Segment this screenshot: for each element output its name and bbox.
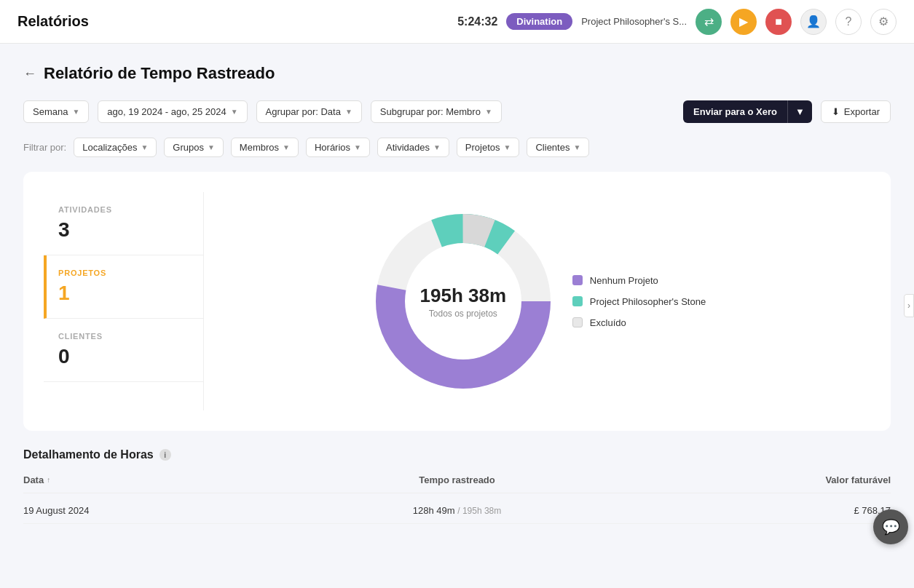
filter-projects-label: Projetos (465, 142, 500, 153)
projects-stat: PROJETOS 1 (44, 255, 203, 319)
help-icon: ? (846, 15, 852, 28)
breakdown-section: Detalhamento de Horas i Data ↑ Tempo ras… (23, 448, 891, 524)
legend-item-nenhum: Nenhum Projeto (572, 275, 706, 286)
send-xero-arrow-icon[interactable]: ▼ (787, 100, 812, 123)
col-date: Data ↑ (23, 474, 312, 485)
subgroup-by-dropdown[interactable]: Subgrupar por: Membro ▼ (371, 100, 502, 123)
filter-members[interactable]: Membros ▼ (231, 138, 299, 157)
period-arrow-icon: ▼ (72, 108, 79, 116)
filter-locations-arrow-icon: ▼ (141, 143, 148, 151)
stop-icon: ■ (775, 15, 782, 28)
play-icon: ▶ (739, 15, 748, 28)
app-title: Relatórios (17, 13, 89, 30)
user-button[interactable]: 👤 (800, 9, 827, 35)
table-row: 19 August 2024 128h 49m / 195h 38m £ 768… (23, 498, 891, 524)
filter-projects[interactable]: Projetos ▼ (457, 138, 520, 157)
chart-section: ATIVIDADES 3 PROJETOS 1 CLIENTES 0 (44, 192, 870, 410)
legend-dot-excluded (572, 317, 583, 327)
scroll-right-button[interactable]: › (904, 294, 914, 317)
date-range-arrow-icon: ▼ (231, 108, 238, 116)
donut-subtitle: Todos os projetos (420, 309, 507, 319)
projects-value: 1 (58, 282, 189, 305)
filter-clients-arrow-icon: ▼ (573, 143, 580, 151)
cell-billable: £ 768.17 (602, 505, 891, 516)
filter-members-label: Membros (240, 142, 279, 153)
filter-locations[interactable]: Localizações ▼ (74, 138, 157, 157)
toolbar: Semana ▼ ago, 19 2024 - ago, 25 2024 ▼ A… (23, 100, 891, 123)
group-by-label: Agrupar por: Data (266, 106, 341, 117)
period-dropdown[interactable]: Semana ▼ (23, 100, 89, 123)
col-tracked: Tempo rastreado (312, 474, 602, 485)
info-icon: i (159, 449, 171, 461)
activities-stat: ATIVIDADES 3 (44, 192, 203, 255)
filter-label: Filtrar por: (23, 142, 66, 153)
filter-projects-arrow-icon: ▼ (504, 143, 511, 151)
filter-activities-label: Atividades (386, 142, 430, 153)
legend: Nenhum Projeto Project Philosopher's Sto… (558, 275, 706, 328)
chat-button[interactable]: 💬 (873, 509, 908, 544)
donut-area: 195h 38m Todos os projetos Nenhum Projet… (204, 192, 870, 410)
date-range-dropdown[interactable]: ago, 19 2024 - ago, 25 2024 ▼ (98, 100, 247, 123)
scroll-right-icon: › (907, 301, 910, 311)
subgroup-by-arrow-icon: ▼ (485, 108, 492, 116)
settings-icon: ⚙ (878, 15, 889, 28)
filter-clients[interactable]: Clientes ▼ (527, 138, 589, 157)
connect-icon: ⇄ (704, 15, 714, 28)
legend-label-nenhum: Nenhum Projeto (590, 275, 658, 286)
export-button[interactable]: ⬇ Exportar (821, 100, 891, 123)
user-icon: 👤 (806, 15, 821, 28)
timer: 5:24:32 (457, 15, 497, 28)
cell-date: 19 August 2024 (23, 505, 312, 516)
period-label: Semana (33, 106, 68, 117)
header: Relatórios 5:24:32 Divination Project Ph… (0, 0, 914, 44)
header-right: 5:24:32 Divination Project Philosopher's… (457, 9, 897, 35)
legend-label-excluded: Excluído (590, 317, 626, 328)
help-button[interactable]: ? (835, 9, 862, 35)
legend-dot-philosopher (572, 296, 583, 306)
back-button[interactable]: ← (23, 66, 36, 82)
legend-item-excluded: Excluído (572, 317, 706, 328)
donut-chart: 195h 38m Todos os projetos (369, 207, 558, 396)
filter-activities[interactable]: Atividades ▼ (377, 138, 449, 157)
filter-bar: Filtrar por: Localizações ▼ Grupos ▼ Mem… (23, 138, 891, 157)
export-icon: ⬇ (832, 106, 840, 117)
sort-icon: ↑ (47, 476, 50, 484)
activities-label: ATIVIDADES (58, 205, 189, 214)
stop-button[interactable]: ■ (765, 9, 792, 35)
clients-value: 0 (58, 345, 189, 368)
legend-item-philosopher: Project Philosopher's Stone (572, 296, 706, 307)
connect-button[interactable]: ⇄ (696, 9, 722, 35)
col-billable: Valor faturável (602, 474, 891, 485)
breakdown-title: Detalhamento de Horas i (23, 448, 891, 461)
filter-groups-arrow-icon: ▼ (208, 143, 215, 151)
donut-center: 195h 38m Todos os projetos (420, 285, 507, 319)
cell-tracked-total: / 195h 38m (457, 506, 501, 516)
table-header: Data ↑ Tempo rastreado Valor faturável (23, 474, 891, 493)
settings-button[interactable]: ⚙ (870, 9, 897, 35)
donut-hours: 195h 38m (420, 285, 507, 307)
filter-schedules-arrow-icon: ▼ (354, 143, 361, 151)
send-xero-button[interactable]: Enviar para o Xero ▼ (683, 100, 812, 123)
stats-panel: ATIVIDADES 3 PROJETOS 1 CLIENTES 0 (44, 192, 204, 410)
filter-schedules[interactable]: Horários ▼ (306, 138, 370, 157)
projects-label: PROJETOS (58, 269, 189, 277)
legend-dot-nenhum (572, 275, 583, 285)
chart-card: ATIVIDADES 3 PROJETOS 1 CLIENTES 0 (23, 172, 891, 431)
group-by-dropdown[interactable]: Agrupar por: Data ▼ (256, 100, 362, 123)
filter-groups-label: Grupos (173, 142, 204, 153)
page-title: Relatório de Tempo Rastreado (44, 64, 275, 83)
date-range-label: ago, 19 2024 - ago, 25 2024 (107, 106, 226, 117)
filter-locations-label: Localizações (82, 142, 137, 153)
subgroup-by-label: Subgrupar por: Membro (380, 106, 481, 117)
filter-groups[interactable]: Grupos ▼ (164, 138, 224, 157)
filter-schedules-label: Horários (315, 142, 350, 153)
project-name: Project Philosopher's S... (581, 16, 687, 27)
legend-label-philosopher: Project Philosopher's Stone (590, 296, 706, 307)
send-xero-label: Enviar para o Xero (683, 100, 787, 123)
clients-label: CLIENTES (58, 332, 189, 341)
page-header: ← Relatório de Tempo Rastreado (23, 64, 891, 83)
divination-badge[interactable]: Divination (506, 13, 572, 30)
chat-icon: 💬 (882, 518, 900, 536)
play-button[interactable]: ▶ (730, 9, 757, 35)
group-by-arrow-icon: ▼ (345, 108, 352, 116)
